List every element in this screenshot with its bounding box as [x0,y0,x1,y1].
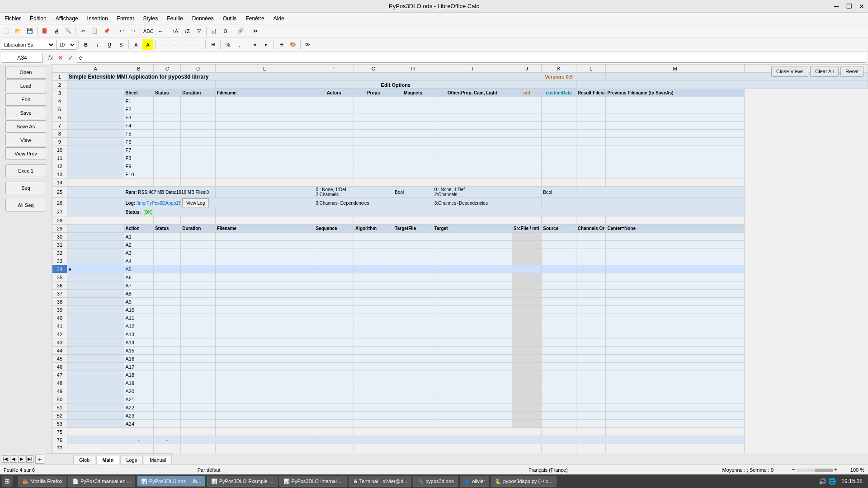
cell-d4[interactable] [181,97,216,105]
cell-c3-status[interactable]: Status [154,89,181,97]
more-button[interactable]: ≫ [250,26,261,37]
menu-feuille[interactable]: Feuille [162,15,187,22]
filter-button[interactable]: ▽ [193,26,204,37]
close-button[interactable]: ✕ [855,0,868,13]
cell-h5[interactable] [393,105,433,113]
exec1-btn[interactable]: Exec 1 [5,164,46,177]
copy-button[interactable]: 📋 [90,26,100,37]
load-btn[interactable]: Load [5,80,46,92]
menu-affichage[interactable]: Affichage [51,15,83,22]
hyperlink-button[interactable]: 🔗 [235,26,246,37]
cell-b2[interactable] [124,81,215,89]
accept-formula-icon[interactable]: ✓ [66,54,75,61]
cell-e5[interactable] [215,105,314,113]
tab-glob[interactable]: Glob [73,455,95,465]
cell-f34[interactable] [314,265,354,273]
cell-b34[interactable]: A5 [124,265,154,273]
reset-button[interactable]: Reset [840,66,863,77]
menu-aide[interactable]: Aide [269,15,289,22]
new-button[interactable]: 📄 [1,26,12,37]
comma-button[interactable]: , [234,39,245,50]
cell-c5[interactable] [154,105,181,113]
cell-k5[interactable] [542,105,576,113]
cell-a1[interactable]: Simple Extensible MMI Application for py… [67,73,512,81]
menu-donnees[interactable]: Données [188,15,218,22]
col-e-header[interactable]: E [215,65,314,73]
edit-btn[interactable]: Edit [5,93,46,106]
cell-l5[interactable] [576,105,606,113]
cell-algo-hdr[interactable]: Algorithm [354,225,393,233]
cell-d5[interactable] [181,105,216,113]
cell-k4[interactable] [542,97,576,105]
cell-m5[interactable] [606,105,744,113]
cell-b4[interactable]: F1 [124,97,154,105]
save-btn[interactable]: Save [5,107,46,119]
taskbar-pypos3d-ooo[interactable]: 📎 pypos3d.ooo [413,476,458,487]
tab-add-button[interactable]: + [35,455,44,464]
cell-h4[interactable] [393,97,433,105]
cell-target-hdr[interactable]: Target [433,225,512,233]
autocorrect-button[interactable]: ↔ [155,26,166,37]
cell-i34[interactable] [433,265,512,273]
cell-h3-magnets[interactable]: Magnets [393,89,433,97]
cell-version[interactable]: Version: 0.5 [512,73,606,81]
col-j-header[interactable]: J [512,65,542,73]
cell-r2m[interactable] [576,81,868,89]
strikethrough-button[interactable]: S [116,39,127,50]
cell-source-hdr[interactable]: Source [542,225,576,233]
cell-a4[interactable] [67,97,124,105]
cell-center-hdr[interactable]: Center=None [606,225,744,233]
col-m-header[interactable]: M [606,65,744,73]
cell-status-hdr[interactable]: Status [154,225,181,233]
cell-g3-props[interactable]: Props [354,89,393,97]
taskbar-pypos3dapp[interactable]: 🐍 pypos3dapp.py (~/.c... [491,476,557,487]
cell-a3[interactable] [67,89,124,97]
col-f-header[interactable]: F [314,65,354,73]
view-btn[interactable]: View [5,134,46,146]
special-char-button[interactable]: Ω [220,26,231,37]
menu-styles[interactable]: Styles [139,15,163,22]
indent-dec-button[interactable]: ◂ [249,39,260,50]
formula-input[interactable] [77,53,866,63]
cell-l34[interactable] [576,265,606,273]
seq-btn[interactable]: Seq [5,182,46,194]
cell-m34[interactable] [606,265,744,273]
cell-seq-hdr[interactable]: Sequence [314,225,354,233]
zoom-out-button[interactable]: − [792,466,795,473]
cell-e3-filename[interactable]: Filename [215,89,314,97]
tab-prev-button[interactable]: ◀ [10,455,17,463]
cell-a2[interactable] [67,81,124,89]
cell-i5[interactable] [433,105,512,113]
taskbar-example[interactable]: 📊 PyPos3DLO-Example-... [207,476,278,487]
spell-button[interactable]: ABC [143,26,154,37]
network-icon[interactable]: 🌐 [828,478,836,485]
minimize-button[interactable]: ─ [830,0,843,13]
col-a-header[interactable]: A [67,65,124,73]
start-icon[interactable]: ⊞ [2,476,13,487]
save-as-btn[interactable]: Save As [5,120,46,133]
redo-button[interactable]: ↪ [128,26,139,37]
taskbar-olivier[interactable]: 👤 olivier [460,476,489,487]
cell-action-hdr[interactable]: Action [124,225,154,233]
cell-c34[interactable] [154,265,181,273]
close-views-button[interactable]: Close Views [771,66,808,77]
cell-ram[interactable]: Ram: RSS:467 MB Data:1919 MB Files:0 [124,187,215,198]
cell-log[interactable]: Log: /tmp/PyPos3DAppp1537p7x.log [124,198,181,208]
italic-button[interactable]: I [92,39,103,50]
speaker-icon[interactable]: 🔊 [819,478,826,485]
tab-last-button[interactable]: ▶| [26,455,33,463]
taskbar-internal[interactable]: 📊 PyPos3DLO-internal-... [279,476,347,487]
tab-next-button[interactable]: ▶ [18,455,25,463]
align-left-button[interactable]: ≡ [157,39,168,50]
cell-targetfile-hdr[interactable]: TargetFile [393,225,433,233]
highlight-button[interactable]: A [142,39,153,50]
cell-duration-hdr[interactable]: Duration [181,225,216,233]
cell-edit-options[interactable]: Edit Options [215,81,576,89]
tab-manual[interactable]: Manual [144,455,172,465]
all-seq-btn[interactable]: All Seq [5,199,46,211]
cell-j3-mtl[interactable]: mtl [512,89,542,97]
cell-g5[interactable] [354,105,393,113]
preview-button[interactable]: 🔍 [63,26,74,37]
bg-color-button[interactable]: 🎨 [288,39,298,50]
col-i-header[interactable]: I [433,65,512,73]
